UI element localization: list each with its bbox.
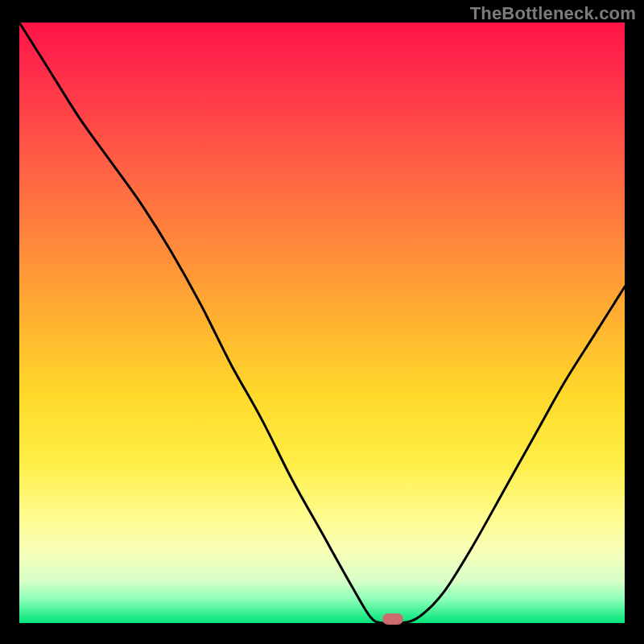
bottleneck-curve	[19, 23, 625, 623]
optimum-marker	[382, 613, 403, 625]
watermark-text: TheBottleneck.com	[470, 3, 636, 24]
plot-area	[19, 23, 625, 623]
chart-container: TheBottleneck.com	[0, 0, 644, 644]
